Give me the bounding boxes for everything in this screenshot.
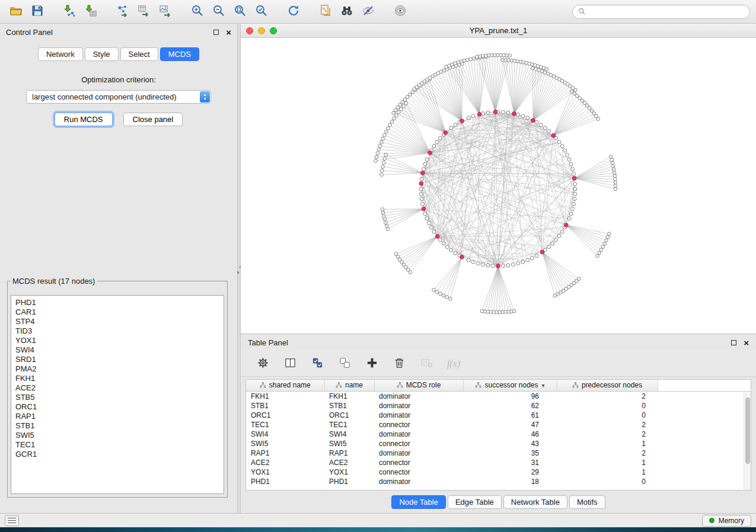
table-row[interactable]: SWI5SWI5connector431 bbox=[246, 439, 751, 448]
run-mcds-button[interactable]: Run MCDS bbox=[55, 113, 113, 126]
toolbar-button-preview[interactable] bbox=[390, 2, 410, 21]
toolbar-button-zoom-out[interactable] bbox=[209, 2, 229, 21]
mcds-node-item[interactable]: STB5 bbox=[15, 393, 219, 402]
mcds-node-item[interactable]: SWI5 bbox=[15, 431, 219, 440]
mcds-buttons-row: Run MCDS Close panel bbox=[0, 113, 237, 126]
toolbar-button-import-table[interactable] bbox=[81, 2, 101, 21]
mcds-node-item[interactable]: GCR1 bbox=[15, 450, 219, 459]
table-panel: Table Panel × f(x) shared namenameMCDS r… bbox=[241, 334, 756, 513]
tab-mcds[interactable]: MCDS bbox=[160, 47, 199, 61]
export-network-icon bbox=[116, 4, 129, 19]
tab-select[interactable]: Select bbox=[120, 47, 158, 61]
minimize-window-icon[interactable] bbox=[258, 27, 265, 34]
column-header-name[interactable]: name bbox=[324, 380, 374, 392]
mcds-node-item[interactable]: STB1 bbox=[15, 421, 219, 431]
tab-node-table[interactable]: Node Table bbox=[391, 495, 446, 509]
toolbar-buttons bbox=[6, 2, 410, 21]
toolbar-separator bbox=[379, 2, 389, 21]
mcds-node-item[interactable]: CAR1 bbox=[15, 307, 219, 317]
toolbar-button-save[interactable] bbox=[27, 2, 47, 21]
table-row[interactable]: RAP1RAP1dominator352 bbox=[246, 448, 751, 458]
mcds-node-item[interactable]: PHD1 bbox=[15, 298, 219, 307]
scrollbar-thumb[interactable] bbox=[745, 398, 750, 464]
table-row[interactable]: ORC1ORC1dominator610 bbox=[246, 411, 751, 420]
table-toolbar-delete-table-button[interactable] bbox=[419, 356, 434, 371]
dropdown-stepper-icon: ▲▼ bbox=[200, 91, 210, 102]
toolbar-button-export-network[interactable] bbox=[113, 2, 133, 21]
float-table-panel-icon[interactable] bbox=[731, 340, 736, 345]
toolbar-button-duplicate-network[interactable] bbox=[315, 2, 336, 21]
table-row[interactable]: TEC1TEC1connector472 bbox=[246, 420, 751, 430]
tab-style[interactable]: Style bbox=[85, 47, 119, 61]
table-toolbar-add-button[interactable] bbox=[364, 356, 379, 371]
tab-network-table[interactable]: Network Table bbox=[503, 495, 567, 509]
mcds-node-item[interactable]: SWI4 bbox=[15, 345, 219, 355]
mcds-node-item[interactable]: ORC1 bbox=[15, 402, 219, 412]
column-drag-icon bbox=[475, 382, 481, 390]
mcds-node-item[interactable]: STP4 bbox=[15, 317, 219, 326]
toolbar-button-hide-ui[interactable] bbox=[358, 2, 378, 21]
table-toolbar-trash-button[interactable] bbox=[391, 356, 407, 371]
toolbar-button-import-network[interactable] bbox=[59, 2, 79, 21]
mcds-node-item[interactable]: ACE2 bbox=[15, 383, 219, 393]
mcds-result-title: MCDS result (17 nodes) bbox=[10, 277, 97, 286]
mcds-node-item[interactable]: TEC1 bbox=[15, 440, 219, 450]
column-header-successor-nodes[interactable]: successor nodes▾ bbox=[463, 380, 557, 392]
mcds-node-item[interactable]: PMA2 bbox=[15, 364, 219, 374]
float-panel-icon[interactable] bbox=[213, 30, 219, 35]
table-toolbar-select-all-button[interactable] bbox=[310, 356, 325, 371]
table-row[interactable]: SWI4SWI4dominator462 bbox=[246, 430, 751, 439]
table-scrollbar[interactable] bbox=[744, 392, 751, 490]
toolbar-button-zoom-selected[interactable] bbox=[251, 2, 272, 21]
columns-icon bbox=[284, 357, 296, 371]
table-toolbar-deselect-all-button[interactable] bbox=[337, 356, 352, 371]
export-table-icon bbox=[138, 4, 151, 19]
sort-arrow-icon[interactable]: ▾ bbox=[542, 382, 545, 389]
toolbar-separator bbox=[49, 2, 58, 21]
tab-edge-table[interactable]: Edge Table bbox=[448, 495, 502, 509]
mcds-node-item[interactable]: TID3 bbox=[15, 326, 219, 336]
toolbar-button-export-table[interactable] bbox=[134, 2, 154, 21]
memory-label: Memory bbox=[719, 517, 744, 525]
table-row[interactable]: FKH1FKH1dominator962 bbox=[246, 392, 751, 401]
table-toolbar-fx-button[interactable]: f(x) bbox=[446, 356, 461, 371]
close-panel-button[interactable]: Close panel bbox=[123, 113, 183, 126]
table-row[interactable]: ACE2ACE2connector311 bbox=[246, 458, 751, 467]
tab-network[interactable]: Network bbox=[38, 47, 83, 61]
table-toolbar-columns-button[interactable] bbox=[282, 356, 298, 371]
column-header-MCDS-role[interactable]: MCDS role bbox=[374, 380, 463, 392]
maximize-window-icon[interactable] bbox=[270, 27, 277, 34]
column-header-shared-name[interactable]: shared name bbox=[246, 380, 324, 392]
toolbar-button-find[interactable] bbox=[337, 2, 357, 21]
column-drag-icon bbox=[397, 382, 403, 390]
table-row[interactable]: STB1STB1dominator620 bbox=[246, 401, 751, 411]
toolbar-button-export-image[interactable] bbox=[155, 2, 176, 21]
optimization-label: Optimization criterion: bbox=[0, 75, 237, 84]
mcds-node-item[interactable]: SRD1 bbox=[15, 355, 219, 364]
zoom-selected-icon bbox=[255, 4, 268, 19]
table-row[interactable]: PHD1PHD1dominator180 bbox=[246, 477, 751, 486]
control-panel-tabs: NetworkStyleSelectMCDS bbox=[0, 47, 237, 61]
memory-button[interactable]: Memory bbox=[702, 515, 751, 527]
toolbar-button-zoom-fit[interactable] bbox=[230, 2, 250, 21]
column-header-predecessor-nodes[interactable]: predecessor nodes bbox=[557, 380, 658, 392]
close-table-panel-icon[interactable]: × bbox=[744, 338, 749, 347]
search-input[interactable] bbox=[589, 8, 744, 16]
network-graph[interactable] bbox=[241, 38, 756, 334]
search-box[interactable] bbox=[572, 5, 750, 19]
criterion-value: largest connected component (undirected) bbox=[32, 92, 177, 101]
criterion-dropdown[interactable]: largest connected component (undirected)… bbox=[26, 90, 211, 104]
trash-icon bbox=[393, 357, 406, 371]
toolbar-button-refresh[interactable] bbox=[283, 2, 304, 21]
mcds-node-item[interactable]: FKH1 bbox=[15, 374, 219, 383]
mcds-node-item[interactable]: RAP1 bbox=[15, 412, 219, 421]
tab-motifs[interactable]: Motifs bbox=[569, 495, 605, 509]
table-toolbar-settings-button[interactable] bbox=[255, 356, 270, 371]
close-window-icon[interactable] bbox=[246, 27, 253, 34]
mcds-node-item[interactable]: YOX1 bbox=[15, 336, 219, 345]
close-panel-icon[interactable]: × bbox=[226, 28, 231, 37]
toolbar-button-open-file[interactable] bbox=[6, 2, 26, 21]
toolbar-button-zoom-in[interactable] bbox=[187, 2, 208, 21]
table-row[interactable]: YOX1YOX1connector291 bbox=[246, 467, 751, 477]
panel-menu-button[interactable] bbox=[5, 515, 19, 526]
